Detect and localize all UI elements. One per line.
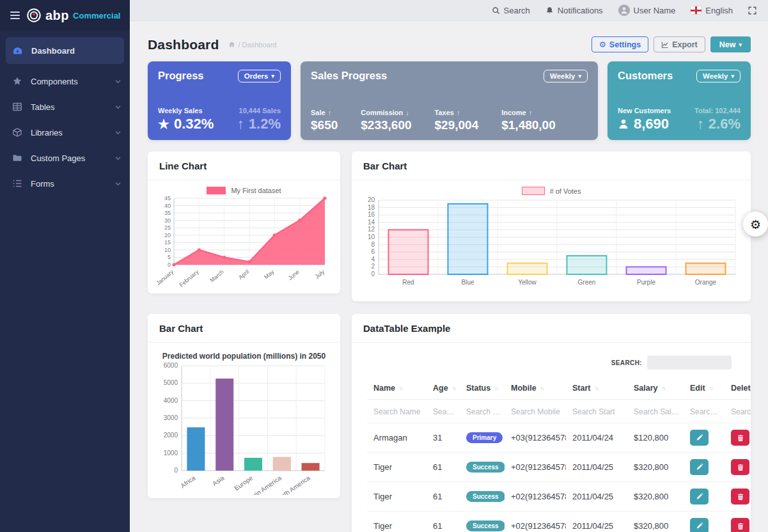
cell-salary: $320,800	[627, 456, 684, 478]
svg-text:July: July	[313, 269, 325, 280]
caret-down-icon: ▾	[739, 42, 742, 48]
customers-growth-value: 2.6%	[709, 117, 741, 131]
topbar-notifications[interactable]: Notifications	[545, 6, 603, 15]
column-header-start[interactable]: Start↑↓	[566, 379, 627, 399]
brand-logo[interactable]: abp Commercial	[26, 8, 120, 23]
pencil-icon	[696, 464, 703, 471]
cell-name: Tiger	[367, 485, 427, 508]
sidebar-item-custom-pages[interactable]: Custom Pages	[0, 146, 130, 170]
cell-text: $320,800	[634, 521, 668, 531]
filter-input-name[interactable]	[373, 407, 423, 416]
sidebar-item-forms[interactable]: Forms	[0, 171, 130, 196]
delete-button[interactable]	[731, 518, 749, 532]
status-badge: Success	[466, 462, 505, 473]
sidebar-item-dashboard[interactable]: Dashboard	[6, 37, 124, 64]
filter-input-delete[interactable]	[731, 407, 751, 416]
customers-card: Customers Weekly ▾ New Customers 8,690 T…	[607, 61, 751, 140]
column-header-edit[interactable]: Edit↑↓	[684, 379, 725, 399]
svg-text:10: 10	[368, 233, 375, 240]
column-header-salary[interactable]: Salary↑↓	[627, 379, 684, 399]
fullscreen-toggle[interactable]	[748, 6, 756, 15]
sales-weekly-dropdown-label: Weekly	[550, 72, 575, 80]
floating-settings-button[interactable]: ⚙	[743, 212, 768, 237]
cell-name: Tiger	[367, 456, 427, 478]
metric-value: $233,600	[361, 119, 411, 131]
customers-weekly-dropdown-label: Weekly	[703, 72, 728, 80]
sort-icon: ↑↓	[452, 385, 455, 391]
progress-card: Progress Orders ▾ Weekly Sales ★0.32% 10…	[148, 61, 291, 140]
column-header-status[interactable]: Status↑↓	[460, 379, 505, 399]
column-header-delete[interactable]: Delete↑↓	[725, 379, 751, 399]
cell-text: Tiger	[373, 462, 392, 472]
new-customers-metric: New Customers 8,690	[618, 107, 671, 131]
sidebar-item-tables[interactable]: Tables	[0, 95, 130, 119]
column-label: Status	[466, 384, 490, 393]
brand-name: abp	[45, 8, 69, 23]
arrow-up-icon: ↑	[529, 109, 533, 116]
svg-text:Orange: Orange	[695, 279, 717, 286]
edit-button[interactable]	[690, 459, 709, 475]
cell-start: 2011/04/25	[566, 456, 627, 478]
column-header-name[interactable]: Name↑↓	[367, 379, 427, 399]
edit-button[interactable]	[690, 430, 709, 446]
sidebar-item-libraries[interactable]: Libraries	[0, 120, 130, 145]
filter-input-edit[interactable]	[690, 407, 721, 416]
cell-salary: $320,800	[627, 485, 684, 508]
trash-icon	[737, 464, 744, 471]
topbar-language-selector[interactable]: English	[691, 6, 733, 15]
cell-start: 2011/04/25	[566, 515, 627, 532]
datatable-wrap: SEARCH: Name↑↓Age↑↓Status↑↓Mobile↑↓Start…	[352, 343, 751, 532]
sales-weekly-dropdown-button[interactable]: Weekly ▾	[544, 70, 588, 82]
charts-grid: Line Chart My First dataset 051015202530…	[148, 152, 751, 532]
sort-icon: ↑↓	[494, 385, 498, 391]
topbar: Search Notifications User Name English	[130, 0, 768, 21]
population-bar-chart: 0100020003000400050006000AfricaAsiaEurop…	[155, 361, 334, 495]
settings-button[interactable]: ⚙ Settings	[592, 36, 649, 52]
delete-button[interactable]	[731, 459, 749, 475]
orders-dropdown-label: Orders	[244, 72, 269, 80]
header-actions: ⚙ Settings Export New ▾	[592, 36, 751, 52]
language-label: English	[705, 6, 733, 15]
cell-delete	[725, 453, 751, 481]
table-search-input[interactable]	[647, 356, 732, 370]
filter-cell	[627, 400, 684, 423]
cell-age: 61	[427, 456, 460, 478]
column-header-mobile[interactable]: Mobile↑↓	[505, 379, 566, 399]
arrow-up-icon: ↑	[697, 117, 704, 131]
svg-text:20: 20	[164, 232, 170, 239]
metric-label-text: Commission	[361, 109, 403, 116]
filter-input-status[interactable]	[466, 407, 501, 416]
filter-cell	[725, 400, 751, 423]
customers-weekly-dropdown-button[interactable]: Weekly ▾	[696, 70, 741, 82]
svg-text:Yellow: Yellow	[518, 279, 537, 286]
edit-button[interactable]	[690, 518, 709, 532]
filter-input-mobile[interactable]	[511, 407, 562, 416]
chart-line-icon	[661, 41, 669, 49]
sidebar-header: abp Commercial	[0, 0, 130, 31]
filter-input-age[interactable]	[433, 407, 456, 416]
new-button[interactable]: New ▾	[710, 36, 751, 52]
hamburger-menu-icon[interactable]	[10, 12, 20, 19]
filter-input-start[interactable]	[572, 407, 623, 416]
column-label: Name	[373, 384, 395, 393]
svg-text:0: 0	[167, 262, 170, 268]
topbar-user-menu[interactable]: User Name	[618, 4, 676, 16]
pencil-icon	[696, 493, 703, 501]
filter-cell	[684, 400, 725, 423]
filter-input-salary[interactable]	[634, 407, 680, 416]
svg-text:4: 4	[371, 256, 375, 263]
export-button[interactable]: Export	[654, 36, 705, 52]
edit-button[interactable]	[690, 489, 709, 505]
orders-dropdown-button[interactable]: Orders ▾	[238, 70, 281, 82]
delete-button[interactable]	[731, 430, 749, 446]
home-icon[interactable]	[228, 41, 235, 48]
chevron-down-icon	[115, 79, 121, 84]
topbar-search[interactable]: Search	[492, 6, 530, 15]
delete-button[interactable]	[731, 489, 749, 505]
summary-cards-row: Progress Orders ▾ Weekly Sales ★0.32% 10…	[148, 61, 751, 140]
chevron-down-icon	[115, 104, 121, 110]
cell-mobile: +02(912364578)	[505, 485, 566, 508]
column-header-age[interactable]: Age↑↓	[427, 379, 460, 399]
england-flag-icon	[691, 6, 701, 14]
sidebar-item-components[interactable]: Components	[0, 69, 130, 93]
